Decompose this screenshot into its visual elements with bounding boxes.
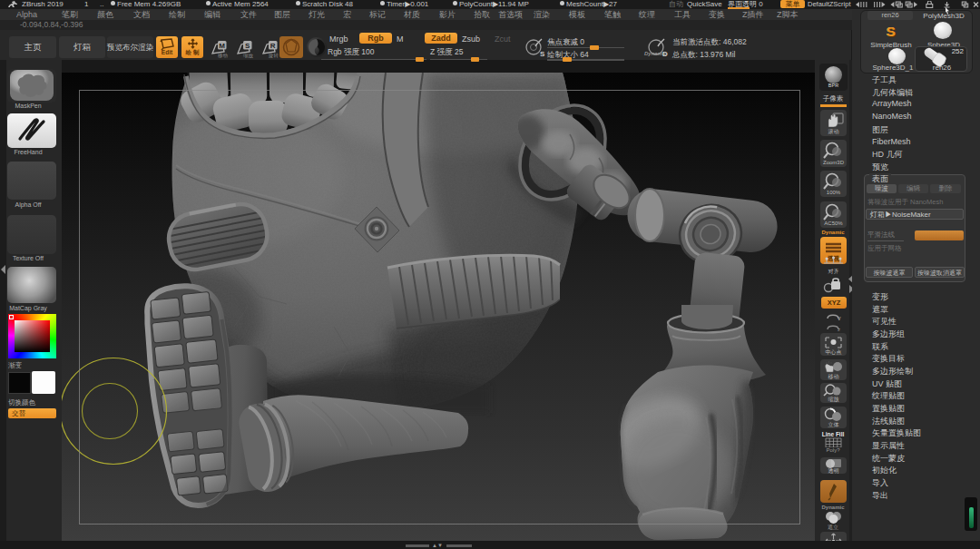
svg-text:Zoom3D: Zoom3D bbox=[823, 160, 845, 165]
svg-text:S: S bbox=[540, 50, 545, 58]
svg-text:移动: 移动 bbox=[828, 374, 839, 380]
svg-text:100%: 100% bbox=[827, 190, 841, 195]
svg-text:y: y bbox=[838, 315, 841, 320]
svg-text:R: R bbox=[270, 42, 276, 50]
svg-text:滚动: 滚动 bbox=[828, 128, 839, 134]
svg-text:缩放: 缩放 bbox=[828, 396, 839, 403]
svg-text:S: S bbox=[245, 42, 250, 50]
svg-text:AC50%: AC50% bbox=[824, 221, 843, 226]
svg-text:旋转: 旋转 bbox=[268, 53, 279, 59]
svg-text:z: z bbox=[838, 327, 840, 331]
svg-text:立体: 立体 bbox=[828, 421, 839, 427]
svg-text:透明: 透明 bbox=[828, 467, 839, 474]
svg-text:对齐: 对齐 bbox=[828, 268, 839, 274]
svg-text:中心点: 中心点 bbox=[826, 349, 842, 355]
svg-text:M: M bbox=[219, 42, 225, 50]
svg-text:缩放: 缩放 bbox=[243, 53, 254, 59]
svg-text:D: D bbox=[662, 50, 668, 58]
svg-text:移动: 移动 bbox=[218, 53, 229, 59]
